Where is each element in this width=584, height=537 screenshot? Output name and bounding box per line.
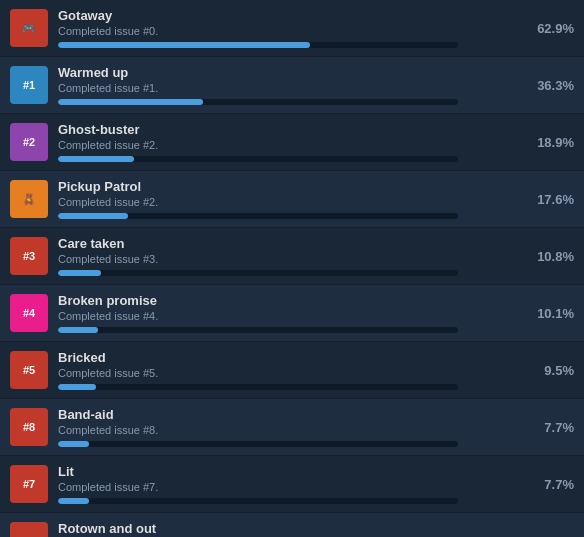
achievement-percent: 7.7% xyxy=(532,477,574,492)
progress-bar-fill xyxy=(58,327,98,333)
achievement-info: Bricked Completed issue #5. xyxy=(58,350,522,390)
achievement-name: Ghost-buster xyxy=(58,122,522,137)
achievement-info: Care taken Completed issue #3. xyxy=(58,236,522,276)
achievement-percent: 17.6% xyxy=(532,192,574,207)
achievement-icon: #9 xyxy=(10,522,48,537)
progress-bar-fill xyxy=(58,441,89,447)
achievement-subtitle: Completed issue #0. xyxy=(58,25,522,37)
achievement-name: Pickup Patrol xyxy=(58,179,522,194)
achievement-name: Rotown and out xyxy=(58,521,522,536)
progress-bar-fill xyxy=(58,384,96,390)
achievement-row[interactable]: #3 Care taken Completed issue #3. 10.8% xyxy=(0,228,584,285)
progress-bar-fill xyxy=(58,270,101,276)
progress-bar-fill xyxy=(58,42,310,48)
progress-bar-fill xyxy=(58,213,128,219)
achievement-name: Lit xyxy=(58,464,522,479)
achievement-percent: 10.8% xyxy=(532,249,574,264)
achievement-row[interactable]: #9 Rotown and out Completed issue #9. 7.… xyxy=(0,513,584,537)
achievement-name: Warmed up xyxy=(58,65,522,80)
achievement-name: Band-aid xyxy=(58,407,522,422)
achievement-name: Broken promise xyxy=(58,293,522,308)
progress-bar-background xyxy=(58,99,458,105)
achievement-row[interactable]: #1 Warmed up Completed issue #1. 36.3% xyxy=(0,57,584,114)
achievement-subtitle: Completed issue #5. xyxy=(58,367,522,379)
achievement-subtitle: Completed issue #7. xyxy=(58,481,522,493)
achievement-list: 🎮 Gotaway Completed issue #0. 62.9% #1 W… xyxy=(0,0,584,537)
achievement-info: Lit Completed issue #7. xyxy=(58,464,522,504)
achievement-percent: 36.3% xyxy=(532,78,574,93)
achievement-info: Rotown and out Completed issue #9. xyxy=(58,521,522,537)
achievement-icon: #7 xyxy=(10,465,48,503)
progress-bar-background xyxy=(58,498,458,504)
achievement-info: Ghost-buster Completed issue #2. xyxy=(58,122,522,162)
achievement-info: Band-aid Completed issue #8. xyxy=(58,407,522,447)
achievement-percent: 62.9% xyxy=(532,21,574,36)
achievement-name: Bricked xyxy=(58,350,522,365)
achievement-info: Warmed up Completed issue #1. xyxy=(58,65,522,105)
achievement-name: Care taken xyxy=(58,236,522,251)
achievement-percent: 9.5% xyxy=(532,363,574,378)
achievement-percent: 18.9% xyxy=(532,135,574,150)
progress-bar-background xyxy=(58,327,458,333)
achievement-info: Gotaway Completed issue #0. xyxy=(58,8,522,48)
achievement-subtitle: Completed issue #8. xyxy=(58,424,522,436)
achievement-percent: 7.1% xyxy=(532,534,574,538)
progress-bar-background xyxy=(58,441,458,447)
achievement-icon: 🎮 xyxy=(10,9,48,47)
progress-bar-fill xyxy=(58,498,89,504)
achievement-subtitle: Completed issue #4. xyxy=(58,310,522,322)
achievement-row[interactable]: #8 Band-aid Completed issue #8. 7.7% xyxy=(0,399,584,456)
progress-bar-fill xyxy=(58,99,203,105)
achievement-name: Gotaway xyxy=(58,8,522,23)
progress-bar-background xyxy=(58,213,458,219)
achievement-icon: #1 xyxy=(10,66,48,104)
progress-bar-background xyxy=(58,384,458,390)
achievement-row[interactable]: #7 Lit Completed issue #7. 7.7% xyxy=(0,456,584,513)
achievement-icon: #5 xyxy=(10,351,48,389)
achievement-subtitle: Completed issue #2. xyxy=(58,196,522,208)
achievement-percent: 7.7% xyxy=(532,420,574,435)
achievement-icon: #8 xyxy=(10,408,48,446)
achievement-subtitle: Completed issue #2. xyxy=(58,139,522,151)
achievement-icon: #3 xyxy=(10,237,48,275)
achievement-info: Pickup Patrol Completed issue #2. xyxy=(58,179,522,219)
achievement-icon: #4 xyxy=(10,294,48,332)
achievement-subtitle: Completed issue #1. xyxy=(58,82,522,94)
achievement-row[interactable]: #2 Ghost-buster Completed issue #2. 18.9… xyxy=(0,114,584,171)
achievement-row[interactable]: #4 Broken promise Completed issue #4. 10… xyxy=(0,285,584,342)
progress-bar-background xyxy=(58,42,458,48)
achievement-row[interactable]: 🎮 Gotaway Completed issue #0. 62.9% xyxy=(0,0,584,57)
progress-bar-background xyxy=(58,156,458,162)
progress-bar-fill xyxy=(58,156,134,162)
achievement-icon: #2 xyxy=(10,123,48,161)
achievement-row[interactable]: 🧸 Pickup Patrol Completed issue #2. 17.6… xyxy=(0,171,584,228)
progress-bar-background xyxy=(58,270,458,276)
achievement-subtitle: Completed issue #3. xyxy=(58,253,522,265)
achievement-info: Broken promise Completed issue #4. xyxy=(58,293,522,333)
achievement-row[interactable]: #5 Bricked Completed issue #5. 9.5% xyxy=(0,342,584,399)
achievement-icon: 🧸 xyxy=(10,180,48,218)
achievement-percent: 10.1% xyxy=(532,306,574,321)
